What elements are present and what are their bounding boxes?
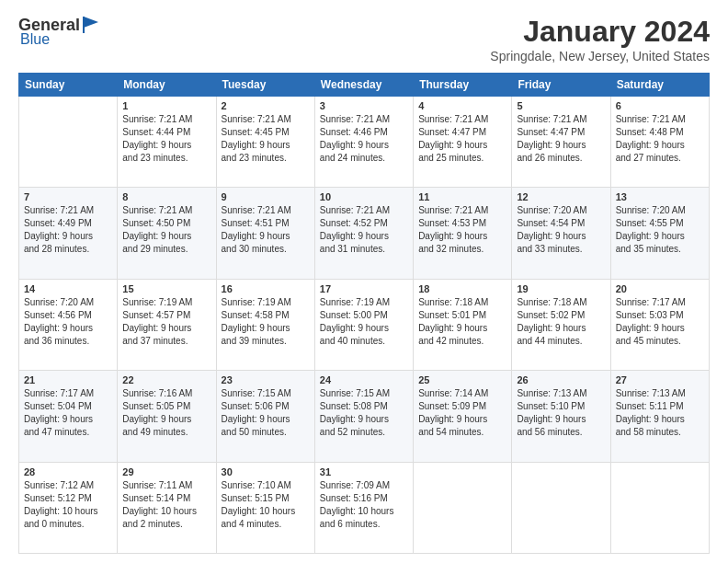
day-info: Sunrise: 7:16 AMSunset: 5:05 PMDaylight:… [122, 387, 210, 439]
day-number: 21 [24, 374, 112, 385]
page-header: General Blue January 2024 Springdale, Ne… [18, 15, 710, 63]
calendar-cell: 26Sunrise: 7:13 AMSunset: 5:10 PMDayligh… [512, 371, 610, 462]
day-number: 2 [222, 100, 310, 111]
day-info: Sunrise: 7:17 AMSunset: 5:04 PMDaylight:… [24, 387, 112, 439]
day-info: Sunrise: 7:21 AMSunset: 4:49 PMDaylight:… [24, 204, 112, 256]
day-info: Sunrise: 7:20 AMSunset: 4:56 PMDaylight:… [24, 296, 112, 348]
location-text: Springdale, New Jersey, United States [490, 49, 710, 63]
day-number: 15 [122, 283, 210, 294]
day-info: Sunrise: 7:11 AMSunset: 5:14 PMDaylight:… [122, 479, 210, 531]
calendar-cell: 9Sunrise: 7:21 AMSunset: 4:51 PMDaylight… [216, 188, 314, 279]
day-number: 12 [517, 191, 605, 202]
logo-blue-text: Blue [20, 31, 50, 48]
calendar-cell: 27Sunrise: 7:13 AMSunset: 5:11 PMDayligh… [610, 371, 709, 462]
day-info: Sunrise: 7:15 AMSunset: 5:06 PMDaylight:… [222, 387, 310, 439]
day-number: 28 [24, 466, 112, 477]
day-number: 11 [418, 191, 506, 202]
day-of-week-sunday: Sunday [19, 74, 118, 97]
calendar-cell: 12Sunrise: 7:20 AMSunset: 4:54 PMDayligh… [512, 188, 610, 279]
calendar-cell: 13Sunrise: 7:20 AMSunset: 4:55 PMDayligh… [610, 188, 709, 279]
calendar-cell: 18Sunrise: 7:18 AMSunset: 5:01 PMDayligh… [414, 279, 512, 370]
day-info: Sunrise: 7:18 AMSunset: 5:01 PMDaylight:… [418, 296, 506, 348]
calendar-cell: 5Sunrise: 7:21 AMSunset: 4:47 PMDaylight… [512, 97, 610, 188]
day-info: Sunrise: 7:21 AMSunset: 4:46 PMDaylight:… [320, 113, 408, 165]
day-of-week-monday: Monday [118, 74, 216, 97]
day-info: Sunrise: 7:14 AMSunset: 5:09 PMDaylight:… [418, 387, 506, 439]
calendar-cell: 22Sunrise: 7:16 AMSunset: 5:05 PMDayligh… [118, 371, 216, 462]
day-info: Sunrise: 7:21 AMSunset: 4:48 PMDaylight:… [616, 113, 704, 165]
calendar-cell: 7Sunrise: 7:21 AMSunset: 4:49 PMDaylight… [19, 188, 118, 279]
day-info: Sunrise: 7:21 AMSunset: 4:51 PMDaylight:… [222, 204, 310, 256]
day-of-week-friday: Friday [512, 74, 610, 97]
day-of-week-thursday: Thursday [414, 74, 512, 97]
calendar-cell: 8Sunrise: 7:21 AMSunset: 4:50 PMDaylight… [118, 188, 216, 279]
day-number: 31 [320, 466, 408, 477]
day-info: Sunrise: 7:21 AMSunset: 4:44 PMDaylight:… [122, 113, 210, 165]
day-number: 5 [517, 100, 605, 111]
logo-flag-icon [82, 15, 102, 35]
day-of-week-wednesday: Wednesday [314, 74, 413, 97]
calendar-cell: 31Sunrise: 7:09 AMSunset: 5:16 PMDayligh… [314, 462, 413, 553]
calendar-cell: 17Sunrise: 7:19 AMSunset: 5:00 PMDayligh… [314, 279, 413, 370]
calendar-body: 1Sunrise: 7:21 AMSunset: 4:44 PMDaylight… [19, 97, 710, 554]
month-title: January 2024 [490, 15, 710, 49]
week-row-3: 14Sunrise: 7:20 AMSunset: 4:56 PMDayligh… [19, 279, 710, 370]
day-number: 29 [122, 466, 210, 477]
day-info: Sunrise: 7:21 AMSunset: 4:45 PMDaylight:… [222, 113, 310, 165]
day-info: Sunrise: 7:12 AMSunset: 5:12 PMDaylight:… [24, 479, 112, 531]
week-row-2: 7Sunrise: 7:21 AMSunset: 4:49 PMDaylight… [19, 188, 710, 279]
day-info: Sunrise: 7:20 AMSunset: 4:54 PMDaylight:… [517, 204, 605, 256]
day-number: 24 [320, 374, 408, 385]
day-info: Sunrise: 7:19 AMSunset: 4:57 PMDaylight:… [122, 296, 210, 348]
day-number: 17 [320, 283, 408, 294]
week-row-4: 21Sunrise: 7:17 AMSunset: 5:04 PMDayligh… [19, 371, 710, 462]
day-info: Sunrise: 7:13 AMSunset: 5:10 PMDaylight:… [517, 387, 605, 439]
week-row-5: 28Sunrise: 7:12 AMSunset: 5:12 PMDayligh… [19, 462, 710, 553]
week-row-1: 1Sunrise: 7:21 AMSunset: 4:44 PMDaylight… [19, 97, 710, 188]
day-number: 9 [222, 191, 310, 202]
day-info: Sunrise: 7:18 AMSunset: 5:02 PMDaylight:… [517, 296, 605, 348]
logo: General Blue [18, 15, 102, 48]
calendar-cell [610, 462, 709, 553]
calendar-table: SundayMondayTuesdayWednesdayThursdayFrid… [18, 73, 710, 554]
calendar-cell: 1Sunrise: 7:21 AMSunset: 4:44 PMDaylight… [118, 97, 216, 188]
calendar-header: SundayMondayTuesdayWednesdayThursdayFrid… [19, 74, 710, 97]
day-number: 25 [418, 374, 506, 385]
day-number: 3 [320, 100, 408, 111]
day-number: 14 [24, 283, 112, 294]
calendar-cell: 11Sunrise: 7:21 AMSunset: 4:53 PMDayligh… [414, 188, 512, 279]
calendar-cell: 24Sunrise: 7:15 AMSunset: 5:08 PMDayligh… [314, 371, 413, 462]
day-info: Sunrise: 7:21 AMSunset: 4:47 PMDaylight:… [418, 113, 506, 165]
calendar-cell: 20Sunrise: 7:17 AMSunset: 5:03 PMDayligh… [610, 279, 709, 370]
title-block: January 2024 Springdale, New Jersey, Uni… [490, 15, 710, 63]
calendar-cell [19, 97, 118, 188]
calendar-cell: 3Sunrise: 7:21 AMSunset: 4:46 PMDaylight… [314, 97, 413, 188]
day-number: 4 [418, 100, 506, 111]
day-number: 16 [222, 283, 310, 294]
day-number: 10 [320, 191, 408, 202]
calendar-cell [414, 462, 512, 553]
day-of-week-saturday: Saturday [610, 74, 709, 97]
calendar-cell: 14Sunrise: 7:20 AMSunset: 4:56 PMDayligh… [19, 279, 118, 370]
day-info: Sunrise: 7:15 AMSunset: 5:08 PMDaylight:… [320, 387, 408, 439]
calendar-cell: 4Sunrise: 7:21 AMSunset: 4:47 PMDaylight… [414, 97, 512, 188]
day-number: 23 [222, 374, 310, 385]
calendar-cell: 23Sunrise: 7:15 AMSunset: 5:06 PMDayligh… [216, 371, 314, 462]
calendar-cell: 16Sunrise: 7:19 AMSunset: 4:58 PMDayligh… [216, 279, 314, 370]
day-info: Sunrise: 7:19 AMSunset: 4:58 PMDaylight:… [222, 296, 310, 348]
calendar-cell: 28Sunrise: 7:12 AMSunset: 5:12 PMDayligh… [19, 462, 118, 553]
calendar-cell: 15Sunrise: 7:19 AMSunset: 4:57 PMDayligh… [118, 279, 216, 370]
day-number: 20 [616, 283, 704, 294]
calendar-cell: 6Sunrise: 7:21 AMSunset: 4:48 PMDaylight… [610, 97, 709, 188]
day-info: Sunrise: 7:10 AMSunset: 5:15 PMDaylight:… [222, 479, 310, 531]
calendar-cell: 29Sunrise: 7:11 AMSunset: 5:14 PMDayligh… [118, 462, 216, 553]
day-number: 13 [616, 191, 704, 202]
day-number: 7 [24, 191, 112, 202]
svg-marker-0 [84, 17, 98, 28]
day-of-week-tuesday: Tuesday [216, 74, 314, 97]
day-number: 26 [517, 374, 605, 385]
day-number: 19 [517, 283, 605, 294]
calendar-cell: 25Sunrise: 7:14 AMSunset: 5:09 PMDayligh… [414, 371, 512, 462]
day-number: 22 [122, 374, 210, 385]
days-of-week-row: SundayMondayTuesdayWednesdayThursdayFrid… [19, 74, 710, 97]
